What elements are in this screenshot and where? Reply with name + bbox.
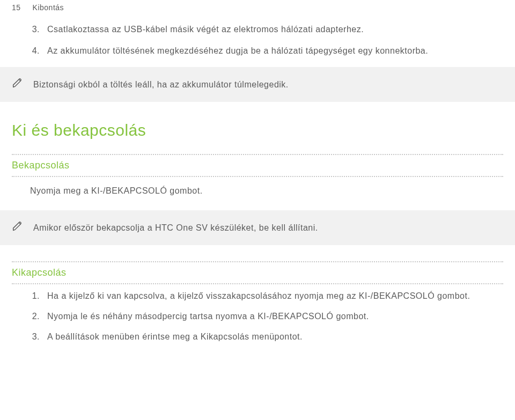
- note-text: Biztonsági okból a töltés leáll, ha az a…: [33, 78, 289, 91]
- list-item: 3. A beállítások menüben érintse meg a K…: [30, 330, 503, 343]
- list-number: 3.: [30, 23, 40, 36]
- pen-icon: [12, 220, 24, 235]
- note-text: Amikor először bekapcsolja a HTC One SV …: [33, 222, 318, 234]
- page-header: 15 Kibontás: [0, 0, 515, 23]
- note-box: Biztonsági okból a töltés leáll, ha az a…: [0, 67, 515, 102]
- list-text: Az akkumulátor töltésének megkezdéséhez …: [47, 45, 503, 57]
- section-title: Kibontás: [33, 2, 64, 13]
- subheading-bekapcsolas: Bekapcsolás: [12, 154, 503, 177]
- note-box: Amikor először bekapcsolja a HTC One SV …: [0, 210, 515, 245]
- list-number: 1.: [30, 290, 40, 303]
- list-text: A beállítások menüben érintse meg a Kika…: [47, 330, 503, 343]
- list-text: Nyomja le és néhány másodpercig tartsa n…: [47, 310, 503, 323]
- body-text: Nyomja meg a KI-/BEKAPCSOLÓ gombot.: [0, 177, 515, 201]
- list-text: Csatlakoztassa az USB-kábel másik végét …: [47, 23, 503, 36]
- list-item: 2. Nyomja le és néhány másodpercig tarts…: [30, 310, 503, 323]
- list-item: 4. Az akkumulátor töltésének megkezdéséh…: [30, 45, 503, 57]
- list-text: Ha a kijelző ki van kapcsolva, a kijelző…: [47, 290, 503, 303]
- subheading-kikapcsolas: Kikapcsolás: [12, 261, 503, 284]
- ordered-list-1: 3. Csatlakoztassa az USB-kábel másik vég…: [0, 23, 515, 57]
- page-number: 15: [12, 2, 21, 13]
- heading-level-2: Ki és bekapcsolás: [0, 118, 515, 154]
- list-number: 4.: [30, 45, 40, 57]
- list-item: 3. Csatlakoztassa az USB-kábel másik vég…: [30, 23, 503, 36]
- list-number: 2.: [30, 310, 40, 323]
- list-item: 1. Ha a kijelző ki van kapcsolva, a kije…: [30, 290, 503, 303]
- list-number: 3.: [30, 330, 40, 343]
- pen-icon: [12, 77, 24, 92]
- ordered-list-2: 1. Ha a kijelző ki van kapcsolva, a kije…: [0, 284, 515, 343]
